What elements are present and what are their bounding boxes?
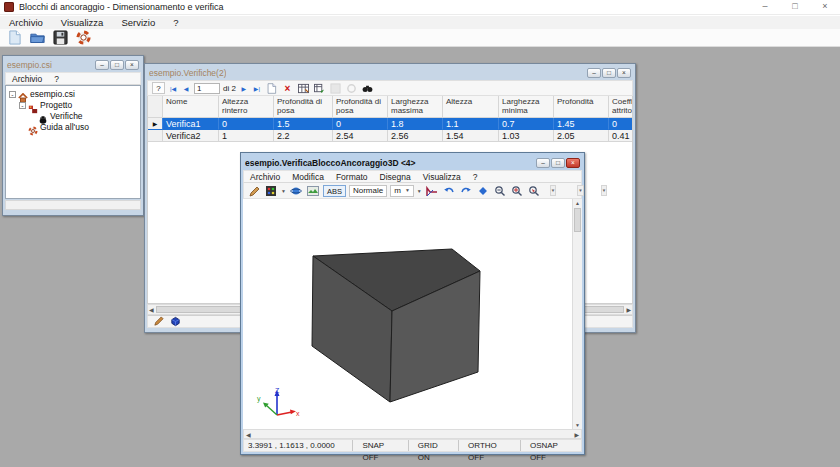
toolbar-dropdown-icon[interactable]: ▼: [417, 188, 422, 194]
maximize-button[interactable]: □: [780, 0, 810, 14]
units-combobox[interactable]: m ▼: [390, 185, 414, 197]
tree-item-guida[interactable]: Guida all'uso: [9, 122, 140, 132]
cell[interactable]: 2.2: [274, 130, 333, 142]
save-icon[interactable]: [50, 30, 70, 46]
close-button[interactable]: ×: [810, 0, 840, 14]
column-header[interactable]: Altezza rinterro: [219, 96, 274, 118]
column-header[interactable]: Profondità: [554, 96, 609, 118]
next-record-button[interactable]: ▶: [239, 85, 249, 92]
scroll-left-icon[interactable]: ◀: [149, 306, 154, 313]
menu-help[interactable]: ?: [164, 16, 187, 29]
view3d-menu-modifica[interactable]: Modifica: [286, 172, 330, 182]
view3d-menu-help[interactable]: ?: [467, 172, 484, 182]
last-record-button[interactable]: ▶|: [252, 85, 262, 92]
menu-servizio[interactable]: Servizio: [112, 16, 164, 29]
tree-h-scrollbar[interactable]: [5, 200, 141, 210]
cell[interactable]: 0.7: [499, 118, 554, 130]
column-header[interactable]: Profondità di posa: [274, 96, 333, 118]
expander-icon[interactable]: -: [9, 91, 16, 98]
cell[interactable]: 1.5: [274, 118, 333, 130]
column-header[interactable]: Larghezza minima: [499, 96, 554, 118]
tree-close-button[interactable]: ×: [125, 60, 139, 70]
toolbar-overflow-icon[interactable]: ▼: [577, 185, 583, 196]
scroll-right-icon[interactable]: ▶: [574, 431, 579, 438]
tree-minimize-button[interactable]: –: [95, 60, 109, 70]
view3d-maximize-button[interactable]: □: [551, 158, 565, 168]
view3d-menu-formato[interactable]: Formato: [330, 172, 374, 182]
zoom-out-icon[interactable]: [493, 184, 507, 197]
column-header[interactable]: Profondità di posa: [333, 96, 388, 118]
scroll-right-icon[interactable]: ▶: [626, 306, 631, 313]
verifiche-maximize-button[interactable]: □: [602, 68, 616, 78]
cell[interactable]: 0: [219, 118, 274, 130]
zoom-extents-icon[interactable]: [510, 184, 524, 197]
column-header[interactable]: Altezza: [443, 96, 499, 118]
refresh-grid-icon[interactable]: [313, 82, 326, 94]
zoom-window-icon[interactable]: [527, 184, 541, 197]
orbit-icon[interactable]: [289, 184, 303, 197]
angle-icon[interactable]: [425, 184, 439, 197]
verifiche-minimize-button[interactable]: –: [587, 68, 601, 78]
verifiche-close-button[interactable]: ×: [617, 68, 631, 78]
tree-maximize-button[interactable]: □: [110, 60, 124, 70]
cell-nome[interactable]: Verifica1: [163, 118, 219, 130]
snap-toggle[interactable]: SNAP OFF: [352, 440, 407, 451]
redo-icon[interactable]: [459, 184, 473, 197]
cell[interactable]: 1: [219, 130, 274, 142]
menu-archivio[interactable]: Archivio: [0, 16, 52, 29]
color-swatch-icon[interactable]: [264, 184, 278, 197]
cell-nome[interactable]: Verifica2: [163, 130, 219, 142]
toolbar-overflow-icon[interactable]: ▼: [550, 185, 556, 196]
column-header[interactable]: Larghezza massima: [388, 96, 443, 118]
cell[interactable]: 2.54: [333, 130, 388, 142]
cell[interactable]: 1.03: [499, 130, 554, 142]
swatch-dropdown-icon[interactable]: ▼: [281, 188, 286, 194]
cell[interactable]: 2.05: [554, 130, 609, 142]
view3d-h-scrollbar[interactable]: ◀ ▶: [243, 429, 582, 439]
cell[interactable]: 1.45: [554, 118, 609, 130]
view3d-menu-archivio[interactable]: Archivio: [244, 172, 286, 182]
record-number-input[interactable]: 1: [194, 83, 220, 94]
menu-visualizza[interactable]: Visualizza: [52, 16, 113, 29]
grid-toggle[interactable]: GRID ON: [408, 440, 458, 451]
scrollbar-thumb[interactable]: [574, 208, 581, 232]
expander-icon[interactable]: -: [19, 102, 26, 109]
column-header[interactable]: Coefficiente attrito: [609, 96, 633, 118]
column-header[interactable]: Nome: [163, 96, 219, 118]
draw-pencil-icon[interactable]: [247, 184, 261, 197]
find-binoculars-icon[interactable]: [361, 82, 374, 94]
abs-mode-button[interactable]: ABS: [323, 185, 346, 197]
ortho-toggle[interactable]: ORTHO OFF: [458, 440, 520, 451]
scroll-up-icon[interactable]: ▲: [573, 200, 582, 206]
cell[interactable]: 1.54: [443, 130, 499, 142]
cell[interactable]: 1.8: [388, 118, 443, 130]
view3d-canvas[interactable]: Z x y: [243, 199, 572, 429]
view3d-titlebar[interactable]: esempio.VerificaBloccoAncoraggio3D <4> –…: [243, 155, 582, 170]
view3d-menu-disegna[interactable]: Disegna: [374, 172, 417, 182]
edit-grid-icon[interactable]: [297, 82, 310, 94]
cell[interactable]: 2.56: [388, 130, 443, 142]
pan-diamond-icon[interactable]: [476, 184, 490, 197]
tree-window-titlebar[interactable]: esempio.csi – □ ×: [5, 58, 141, 72]
new-file-icon[interactable]: [4, 30, 24, 46]
osnap-toggle[interactable]: OSNAP OFF: [520, 440, 581, 451]
tree-menu-archivio[interactable]: Archivio: [6, 74, 48, 84]
toolbar-overflow-icon[interactable]: ▼: [601, 185, 607, 196]
verifiche-window-titlebar[interactable]: esempio.Verifiche(2) – □ ×: [147, 66, 633, 80]
add-record-icon[interactable]: [265, 82, 278, 94]
tree-item-root[interactable]: - esempio.csi: [9, 89, 140, 99]
delete-record-icon[interactable]: ×: [281, 82, 294, 94]
scroll-down-icon[interactable]: ▼: [573, 422, 582, 428]
help-lifering-icon[interactable]: [73, 30, 93, 46]
cell[interactable]: 0: [609, 118, 633, 130]
cell[interactable]: 0: [333, 118, 388, 130]
tree-menu-help[interactable]: ?: [48, 74, 65, 84]
record-help-button[interactable]: ?: [152, 82, 165, 94]
view3d-menu-visualizza[interactable]: Visualizza: [417, 172, 467, 182]
image-icon[interactable]: [306, 184, 320, 197]
view3d-minimize-button[interactable]: –: [536, 158, 550, 168]
cell[interactable]: 1.1: [443, 118, 499, 130]
minimize-button[interactable]: –: [750, 0, 780, 14]
view3d-v-scrollbar[interactable]: ▲ ▼: [572, 199, 582, 429]
view3d-close-button[interactable]: ×: [566, 158, 580, 168]
